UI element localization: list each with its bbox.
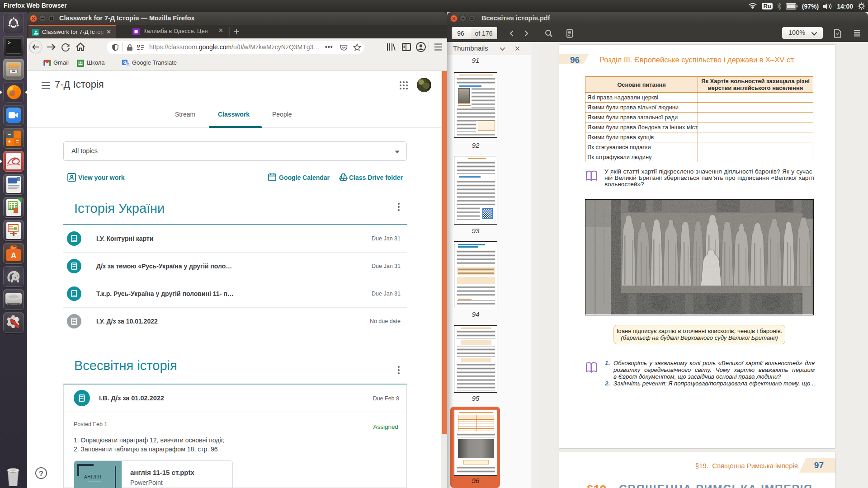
svg-text:A: A	[11, 252, 16, 259]
svg-text:文: 文	[126, 62, 130, 66]
